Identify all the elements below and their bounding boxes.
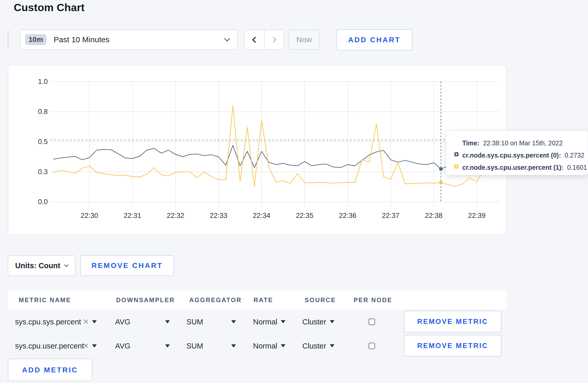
- time-window-nav: [244, 30, 284, 50]
- tooltip-time-label: Time:: [462, 139, 479, 147]
- units-dropdown[interactable]: Units: Count: [8, 255, 75, 276]
- rate-value: Normal: [253, 342, 277, 350]
- per-node-checkbox[interactable]: [368, 318, 375, 325]
- arrow-left-icon: [252, 37, 258, 43]
- col-header-source: SOURCE: [305, 296, 336, 304]
- downsampler-select[interactable]: AVG: [115, 342, 130, 350]
- col-header-downsampler: DOWNSAMPLER: [116, 296, 175, 304]
- aggregator-caret[interactable]: [231, 320, 236, 323]
- metric-row: sys.cpu.user.percent ✕ AVG SUM Normal Cl…: [8, 334, 507, 358]
- source-value: Cluster: [302, 342, 326, 350]
- caret-down-icon: [92, 320, 97, 323]
- rate-select[interactable]: Normal: [253, 342, 285, 350]
- rate-select[interactable]: Normal: [253, 317, 285, 326]
- add-chart-button[interactable]: ADD CHART: [336, 29, 412, 50]
- caret-down-icon: [281, 344, 285, 347]
- units-label: Units: Count: [15, 261, 60, 270]
- rate-value: Normal: [253, 317, 277, 326]
- svg-text:22:30: 22:30: [81, 212, 98, 219]
- tooltip-time-row: Time: 22:38:10 on Mar 15th, 2022: [462, 137, 583, 149]
- caret-down-icon: [231, 320, 236, 323]
- time-range-dropdown[interactable]: 10m Past 10 Minutes: [20, 30, 237, 50]
- clear-metric-icon[interactable]: ✕: [83, 342, 89, 350]
- tooltip-time-value: 22:38:10 on Mar 15th, 2022: [483, 139, 563, 147]
- tooltip-series-name: cr.node.sys.cpu.sys.percent (0):: [462, 152, 561, 159]
- svg-text:22:31: 22:31: [124, 212, 141, 219]
- chevron-down-icon: [224, 36, 230, 42]
- svg-text:0.5: 0.5: [38, 138, 48, 146]
- metric-name-select[interactable]: sys.cpu.sys.percent ✕: [15, 317, 89, 326]
- tooltip-series-row: cr.node.sys.cpu.user.percent (1): 0.1601: [462, 161, 583, 174]
- svg-text:22:38: 22:38: [425, 212, 443, 219]
- timeseries-chart[interactable]: 0.00.30.50.81.022:3022:3122:3222:3322:34…: [8, 66, 506, 235]
- source-select[interactable]: Cluster: [302, 317, 334, 326]
- tooltip-series-value: 0.2732: [565, 152, 584, 159]
- chevron-down-icon: [64, 263, 69, 267]
- clear-metric-icon[interactable]: ✕: [83, 318, 89, 326]
- svg-text:1.0: 1.0: [38, 78, 48, 86]
- remove-chart-button[interactable]: REMOVE CHART: [80, 255, 174, 276]
- caret-down-icon: [165, 320, 170, 323]
- remove-metric-button[interactable]: REMOVE METRIC: [404, 311, 501, 332]
- caret-down-icon: [165, 344, 170, 347]
- time-prev-button[interactable]: [245, 30, 264, 49]
- svg-text:0.0: 0.0: [38, 198, 48, 206]
- col-header-rate: RATE: [254, 296, 273, 304]
- metric-name-value: sys.cpu.sys.percent: [15, 317, 80, 326]
- col-header-metric-name: METRIC NAME: [19, 296, 71, 304]
- caret-down-icon: [330, 320, 334, 323]
- metric-caret[interactable]: [92, 344, 97, 347]
- caret-down-icon: [92, 344, 97, 347]
- tooltip-series-value: 0.1601: [567, 164, 587, 171]
- series-swatch-icon: [454, 152, 458, 156]
- metrics-table-header: METRIC NAME DOWNSAMPLER AGGREGATOR RATE …: [8, 290, 507, 310]
- col-header-aggregator: AGGREGATOR: [189, 296, 242, 304]
- remove-metric-button[interactable]: REMOVE METRIC: [404, 335, 501, 357]
- metric-caret[interactable]: [92, 320, 97, 323]
- time-range-label: Past 10 Minutes: [54, 35, 225, 44]
- chart-tooltip: Time: 22:38:10 on Mar 15th, 2022 cr.node…: [446, 130, 588, 175]
- svg-text:22:35: 22:35: [296, 212, 313, 219]
- caret-down-icon: [330, 344, 334, 347]
- per-node-checkbox[interactable]: [368, 343, 375, 349]
- time-range-badge: 10m: [25, 34, 46, 45]
- svg-text:22:32: 22:32: [167, 212, 184, 219]
- arrow-right-icon: [270, 37, 276, 43]
- aggregator-select[interactable]: SUM: [186, 317, 203, 326]
- svg-text:22:33: 22:33: [210, 212, 227, 219]
- svg-text:22:37: 22:37: [382, 212, 400, 219]
- downsampler-select[interactable]: AVG: [115, 317, 130, 326]
- toolbar-divider: [8, 30, 8, 49]
- metric-row: sys.cpu.sys.percent ✕ AVG SUM Normal Clu…: [8, 310, 507, 334]
- page-title: Custom Chart: [14, 2, 85, 14]
- svg-text:22:36: 22:36: [339, 212, 356, 219]
- time-next-button[interactable]: [264, 30, 284, 49]
- caret-down-icon: [231, 344, 236, 347]
- metric-name-value: sys.cpu.user.percent: [15, 342, 80, 350]
- svg-text:22:39: 22:39: [468, 212, 486, 219]
- svg-text:0.3: 0.3: [38, 168, 48, 176]
- aggregator-caret[interactable]: [231, 344, 236, 347]
- source-value: Cluster: [302, 317, 326, 326]
- metric-name-select[interactable]: sys.cpu.user.percent ✕: [15, 342, 89, 350]
- aggregator-select[interactable]: SUM: [186, 342, 203, 350]
- svg-text:0.8: 0.8: [38, 108, 48, 116]
- tooltip-series-name: cr.node.sys.cpu.user.percent (1):: [462, 164, 563, 171]
- tooltip-series-row: cr.node.sys.cpu.sys.percent (0): 0.2732: [462, 149, 583, 161]
- downsampler-caret[interactable]: [165, 320, 170, 323]
- caret-down-icon: [281, 320, 285, 323]
- add-metric-button[interactable]: ADD METRIC: [8, 359, 92, 381]
- chart-card: 0.00.30.50.81.022:3022:3122:3222:3322:34…: [8, 65, 507, 235]
- now-button[interactable]: Now: [289, 30, 319, 50]
- source-select[interactable]: Cluster: [302, 342, 334, 350]
- downsampler-caret[interactable]: [165, 344, 170, 347]
- svg-text:22:34: 22:34: [253, 212, 270, 219]
- col-header-per-node: PER NODE: [354, 296, 392, 304]
- series-swatch-icon: [454, 165, 458, 168]
